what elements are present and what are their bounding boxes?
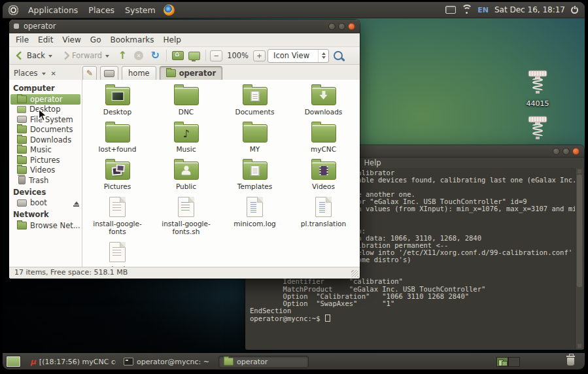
search-icon (334, 51, 343, 60)
file-item-downloads[interactable]: Downloads (289, 83, 358, 120)
file-manager-window[interactable]: operator FileEditViewGoBookmarksHelp Bac… (9, 20, 360, 279)
scroll-up-arrow[interactable] (578, 169, 581, 173)
home-button[interactable] (171, 48, 185, 63)
computer-button[interactable] (187, 48, 201, 63)
folder-folder-icon (174, 87, 199, 105)
file-item-videos[interactable]: Videos (289, 158, 358, 195)
search-button[interactable] (331, 48, 345, 63)
file-item-icon-area (174, 85, 199, 105)
distro-logo-icon[interactable] (8, 5, 19, 16)
sidebar-item-documents[interactable]: Documents (9, 125, 82, 135)
folder-emblem (182, 128, 189, 140)
fm-titlebar[interactable]: operator (9, 20, 360, 33)
file-item-desktop[interactable]: Desktop (83, 83, 152, 120)
fm-minimize-button[interactable] (328, 23, 336, 30)
terminal-cursor (325, 314, 330, 322)
file-item-pictures[interactable]: Pictures (83, 158, 152, 195)
scroll-down-arrow[interactable] (578, 344, 581, 348)
file-item-lost-found[interactable]: lost+found (83, 120, 152, 158)
fm-menu-file[interactable]: File (11, 35, 33, 44)
fm-maximize-button[interactable] (338, 23, 345, 30)
view-mode-select[interactable]: Icon View (268, 49, 329, 63)
sidebar-header-devices: Devices (9, 186, 82, 198)
scrollbar-thumb[interactable] (577, 175, 582, 287)
terminal-minimize-button[interactable] (553, 148, 560, 155)
terminal-icon (124, 358, 133, 366)
file-item-my[interactable]: MY (220, 120, 289, 158)
display-indicator-icon[interactable] (445, 6, 456, 14)
forward-button[interactable]: Forward (58, 48, 113, 63)
close-sidebar-icon[interactable]: ✕ (51, 70, 56, 77)
panel-menu-applications[interactable]: Applications (23, 2, 83, 18)
sidebar-item-videos[interactable]: Videos (9, 165, 82, 176)
sidebar-header-computer: Computer (9, 82, 82, 94)
terminal-close-button[interactable] (572, 148, 579, 155)
file-item-dnc[interactable]: DNC (152, 83, 220, 120)
terminal-scrollbar[interactable] (575, 168, 583, 349)
file-item-minicom-log[interactable]: minicom.log (220, 195, 289, 240)
file-item-mycnc[interactable]: myCNC (289, 120, 358, 158)
zoom-out-button[interactable]: − (210, 50, 222, 61)
clock[interactable]: Sat Dec 16, 18:17 (494, 5, 565, 14)
file-item-documents[interactable]: Documents (220, 83, 289, 120)
panel-menu-system[interactable]: System (120, 2, 161, 18)
root-drive-button[interactable] (100, 66, 118, 81)
fm-menu-view[interactable]: View (58, 35, 85, 44)
file-item-music[interactable]: Music (152, 120, 220, 158)
pencil-icon: ✎ (86, 69, 93, 78)
sidebar-item-trash[interactable]: Trash (9, 175, 82, 186)
sidebar-item-downloads[interactable]: Downloads (9, 135, 82, 145)
file-item-install-google-fonts-sh[interactable]: install-google-fonts.sh (152, 195, 220, 240)
workspace-1[interactable] (496, 357, 508, 367)
edit-location-button[interactable]: ✎ (82, 66, 97, 81)
power-icon[interactable] (571, 7, 578, 14)
keyboard-layout-indicator[interactable]: EN (477, 6, 489, 14)
places-dropdown-icon[interactable] (42, 73, 46, 77)
taskbar-button-operator[interactable]: operator (218, 356, 309, 368)
show-desktop-button[interactable] (6, 356, 21, 367)
folder-folder-icon (311, 124, 336, 143)
sidebar-item-music[interactable]: Music (9, 145, 82, 156)
file-item-label: minicom.log (233, 220, 276, 228)
firefox-icon[interactable] (164, 5, 175, 16)
path-button-label: home (128, 69, 150, 78)
sidebar-item-operator[interactable]: operator (10, 94, 80, 105)
taskbar-button-operator-mycnc[interactable]: operator@mycnc: ~ (118, 356, 216, 368)
stop-button[interactable]: ✕ (131, 48, 146, 63)
places-selector[interactable]: Places ✕ (9, 69, 82, 78)
sidebar-item-boot[interactable]: boot (9, 198, 82, 209)
trash-icon[interactable] (567, 358, 574, 366)
combo-spinner[interactable] (318, 50, 328, 62)
taskbar-button-18-17-56-mycnc-con[interactable]: μ[(18:17:56) myCNC con... (25, 356, 116, 368)
fm-menu-help[interactable]: Help (159, 35, 186, 44)
wifi-icon[interactable] (462, 7, 472, 14)
file-item-templates[interactable]: Templates (220, 158, 289, 195)
fm-close-button[interactable] (348, 23, 355, 30)
back-dropdown-icon[interactable] (48, 55, 52, 60)
back-button[interactable]: Back (13, 48, 56, 63)
terminal-maximize-button[interactable] (562, 148, 570, 155)
path-button-home[interactable]: home (122, 66, 156, 81)
workspace-2[interactable] (508, 357, 520, 367)
eject-icon[interactable] (73, 199, 79, 207)
fm-menu-bookmarks[interactable]: Bookmarks (105, 35, 158, 44)
file-item-pl-translation[interactable]: pl.translation (289, 195, 358, 240)
up-button[interactable]: ↑ (115, 48, 130, 63)
file-item-install-google-fonts[interactable]: install-google-fonts (83, 195, 152, 240)
path-button-operator[interactable]: operator (160, 66, 222, 81)
terminal-menu-help[interactable]: Help (359, 158, 385, 167)
panel-menu-places[interactable]: Places (83, 2, 120, 18)
sidebar-item-pictures[interactable]: Pictures (9, 155, 82, 165)
desktop-icon-44015[interactable]: 44015 (514, 69, 561, 108)
sidebar-item-desktop[interactable]: Desktop (9, 105, 82, 115)
refresh-button[interactable]: ↻ (148, 48, 162, 63)
fm-menu-edit[interactable]: Edit (33, 35, 58, 44)
sidebar-item-file-system[interactable]: File System (9, 114, 82, 125)
forward-dropdown-icon[interactable] (105, 55, 109, 60)
fm-menu-go[interactable]: Go (86, 35, 106, 44)
fm-statusbar: 17 items, Free space: 518.1 MB (9, 267, 360, 279)
file-item-public[interactable]: Public (152, 158, 220, 195)
file-item-label: pl.translation (301, 220, 346, 228)
zoom-in-button[interactable]: + (253, 50, 266, 61)
sidebar-item-browse-net[interactable]: Browse Net... (9, 220, 82, 231)
